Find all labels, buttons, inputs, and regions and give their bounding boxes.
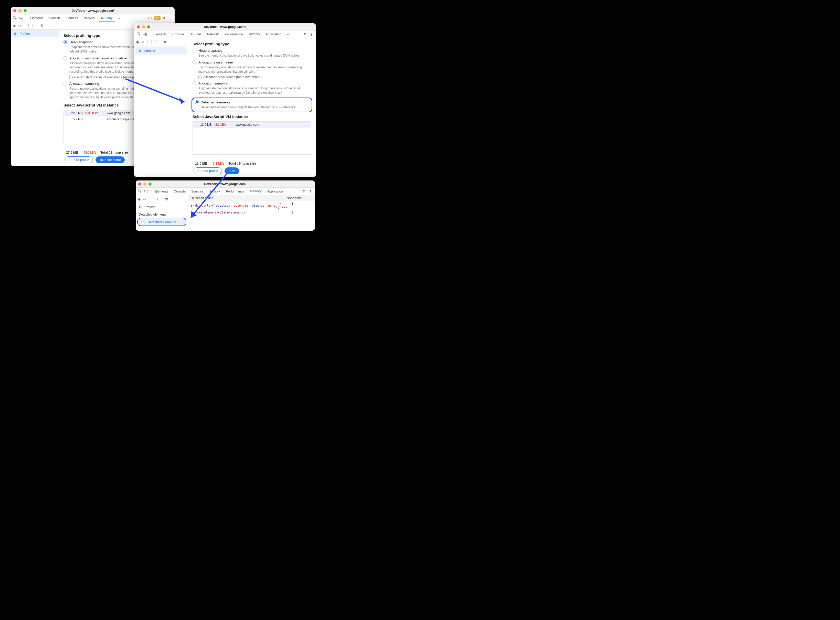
download-icon[interactable]: ⤵ [155, 40, 157, 44]
upload-icon: ⤴ [68, 158, 70, 162]
inspect-icon[interactable] [137, 189, 143, 194]
checkbox-icon[interactable] [69, 75, 73, 79]
radio-icon[interactable] [63, 40, 67, 44]
bullet-icon: ● [191, 211, 192, 214]
vm-row[interactable]: 13.0 MB ↑3.1 kB/s www.google.com [193, 122, 311, 128]
tabs-overflow[interactable]: » [116, 14, 123, 22]
inspect-icon[interactable] [136, 32, 142, 37]
opt-detached-elements[interactable]: Detached elements Detached elements show… [195, 100, 309, 110]
table-row[interactable]: ●<div style="position: absolute; display… [188, 201, 315, 210]
titlebar: DevTools - www.google.com/ [134, 23, 316, 30]
upload-icon[interactable]: ⤴ [152, 197, 154, 201]
radio-icon[interactable] [63, 82, 67, 86]
sliders-icon: ⚙ [138, 49, 142, 53]
col-detached-nodes: Detached nodes [191, 196, 287, 200]
inspect-icon[interactable] [12, 15, 18, 21]
clear-icon[interactable]: ⊘ [142, 40, 145, 44]
gc-icon[interactable]: 🗑 [163, 40, 167, 44]
radio-icon[interactable] [193, 81, 196, 85]
opt-allocations-timeline[interactable]: Allocations on timeline Record memory al… [193, 60, 311, 79]
radio-icon[interactable] [195, 100, 199, 104]
tab-performance[interactable]: Performance [222, 30, 245, 38]
gear-icon[interactable]: ⚙ [301, 190, 307, 193]
sidebar-item-snapshot[interactable]: 📄 Detached elements 1 [137, 218, 187, 226]
record-icon[interactable]: ◉ [136, 40, 139, 44]
device-icon[interactable] [143, 189, 149, 194]
sidebar-item-profiles[interactable]: ⚙ Profiles [136, 203, 188, 211]
kebab-icon[interactable]: ⋮ [309, 32, 315, 36]
tabs-overflow[interactable]: » [285, 30, 291, 38]
tab-console[interactable]: Console [170, 30, 187, 38]
radio-icon[interactable] [193, 49, 196, 53]
opt-sub-checkbox[interactable]: Allocation stack traces (more overhead) [199, 75, 311, 79]
gc-icon[interactable]: 🗑 [165, 197, 168, 201]
memory-toolbar: ◉ ⊘ ⤴ ⤵ 🗑 [11, 22, 59, 30]
gear-icon[interactable]: ⚙ [161, 16, 167, 20]
highlighted-option: Detached elements Detached elements show… [191, 98, 312, 112]
total-rate: ↑3.1 kB/s [211, 162, 224, 166]
tab-elements[interactable]: Elements [152, 188, 171, 195]
close-icon[interactable] [137, 26, 140, 29]
tab-network[interactable]: Network [205, 30, 221, 38]
upload-icon[interactable]: ⤴ [151, 40, 153, 44]
tab-performance[interactable]: Performance [223, 188, 247, 195]
tab-memory[interactable]: Memory [247, 188, 264, 195]
maximize-icon[interactable] [149, 182, 152, 186]
minimize-icon[interactable] [18, 9, 21, 12]
total-size: 13.0 MB [195, 162, 207, 166]
tab-memory[interactable]: Memory [246, 30, 262, 38]
maximize-icon[interactable] [24, 9, 27, 12]
tab-application[interactable]: Application [263, 30, 284, 38]
tab-bar: Elements Console Sources Network Perform… [136, 188, 315, 195]
tab-console[interactable]: Console [46, 14, 63, 22]
load-profile-button[interactable]: ⤴Load profile [65, 157, 93, 163]
gc-icon[interactable]: 🗑 [40, 24, 43, 28]
radio-icon[interactable] [193, 60, 196, 64]
kebab-icon[interactable]: ⋮ [307, 190, 313, 193]
checkbox-icon[interactable] [199, 75, 202, 79]
node-html: ●<div style="position: absolute; display… [191, 202, 287, 209]
minimize-icon[interactable] [142, 26, 145, 29]
gear-icon[interactable]: ⚙ [303, 32, 308, 36]
take-snapshot-button[interactable]: Take snapshot [95, 157, 125, 163]
sidebar-item-profiles[interactable]: ⚙ Profiles [135, 47, 187, 54]
download-icon[interactable]: ⤵ [32, 24, 33, 28]
load-profile-button[interactable]: ⤴Load profile [194, 167, 222, 174]
record-icon[interactable]: ◉ [138, 197, 140, 201]
tab-memory[interactable]: Memory [99, 14, 115, 22]
maximize-icon[interactable] [147, 26, 150, 29]
opt-heap-snapshot[interactable]: Heap snapshot See the memory distributio… [193, 49, 311, 58]
tabs-overflow[interactable]: » [286, 188, 293, 195]
sidebar-item-label: Detached elements 1 [148, 220, 179, 224]
start-button[interactable]: Start [224, 167, 239, 174]
footer: 13.0 MB ↑3.1 kB/s Total JS heap size ⤴Lo… [188, 159, 316, 177]
sidebar-item-profiles[interactable]: ⚙ Profiles [11, 30, 59, 38]
tab-network[interactable]: Network [206, 188, 223, 195]
warnings-badge[interactable]: ▲1 [147, 17, 152, 20]
tab-elements[interactable]: Elements [27, 14, 46, 22]
tab-sources[interactable]: Sources [189, 188, 206, 195]
tab-console[interactable]: Console [171, 188, 188, 195]
device-icon[interactable] [142, 32, 148, 37]
kebab-icon[interactable]: ⋮ [167, 16, 173, 20]
tab-sources[interactable]: Sources [187, 30, 204, 38]
tab-network[interactable]: Network [81, 14, 98, 22]
device-icon[interactable] [18, 15, 24, 21]
upload-icon[interactable]: ⤴ [27, 24, 29, 28]
clear-icon[interactable]: ⊘ [18, 24, 21, 28]
errors-badge[interactable]: ■1 [154, 17, 161, 20]
record-icon[interactable]: ◉ [13, 24, 16, 28]
minimize-icon[interactable] [143, 182, 146, 186]
tab-elements[interactable]: Elements [151, 30, 169, 38]
tab-sources[interactable]: Sources [64, 14, 81, 22]
download-icon[interactable]: ⤵ [157, 197, 158, 201]
table-row[interactable]: ●<fake-element></fake-element> 1 [188, 210, 315, 215]
close-icon[interactable] [138, 182, 142, 186]
close-icon[interactable] [13, 9, 17, 12]
memory-toolbar: ◉ ⊘ ⤴ ⤵ 🗑 [136, 195, 188, 203]
tab-bar: Elements Console Sources Network Memory … [11, 14, 175, 22]
radio-icon[interactable] [63, 56, 67, 60]
clear-icon[interactable]: ⊘ [143, 197, 146, 201]
tab-application[interactable]: Application [265, 188, 285, 195]
opt-allocation-sampling[interactable]: Allocation sampling Approximate memory a… [193, 81, 311, 95]
